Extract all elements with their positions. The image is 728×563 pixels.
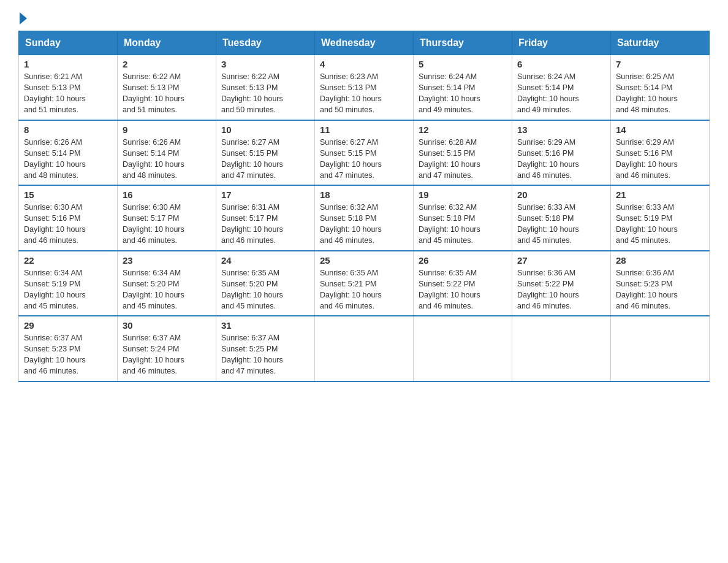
- day-number: 25: [320, 255, 408, 266]
- logo-triangle-icon: [20, 12, 27, 25]
- day-number: 17: [221, 190, 309, 200]
- weekday-header-monday: Monday: [118, 31, 216, 55]
- day-number: 26: [419, 255, 507, 266]
- weekday-header-sunday: Sunday: [19, 31, 118, 55]
- day-number: 18: [320, 190, 408, 200]
- calendar-day-cell: 11 Sunrise: 6:27 AMSunset: 5:15 PMDaylig…: [315, 120, 414, 186]
- day-number: 4: [320, 59, 408, 69]
- day-number: 27: [517, 255, 605, 266]
- weekday-header-friday: Friday: [512, 31, 611, 55]
- calendar-empty-cell: [512, 316, 611, 381]
- day-info: Sunrise: 6:36 AMSunset: 5:22 PMDaylight:…: [517, 269, 579, 310]
- day-info: Sunrise: 6:34 AMSunset: 5:20 PMDaylight:…: [123, 269, 184, 310]
- calendar-day-cell: 15 Sunrise: 6:30 AMSunset: 5:16 PMDaylig…: [19, 185, 118, 251]
- calendar-header-row: SundayMondayTuesdayWednesdayThursdayFrid…: [19, 31, 710, 55]
- day-info: Sunrise: 6:27 AMSunset: 5:15 PMDaylight:…: [221, 138, 283, 180]
- day-number: 20: [517, 190, 605, 200]
- calendar-day-cell: 27 Sunrise: 6:36 AMSunset: 5:22 PMDaylig…: [512, 251, 611, 316]
- calendar-week-row: 1 Sunrise: 6:21 AMSunset: 5:13 PMDayligh…: [19, 55, 710, 120]
- logo: [18, 12, 28, 25]
- day-info: Sunrise: 6:36 AMSunset: 5:23 PMDaylight:…: [616, 269, 678, 310]
- weekday-header-tuesday: Tuesday: [216, 31, 315, 55]
- day-number: 23: [123, 255, 211, 266]
- day-info: Sunrise: 6:24 AMSunset: 5:14 PMDaylight:…: [419, 72, 480, 114]
- page-header: [18, 12, 710, 25]
- calendar-day-cell: 5 Sunrise: 6:24 AMSunset: 5:14 PMDayligh…: [414, 55, 512, 120]
- calendar-body: 1 Sunrise: 6:21 AMSunset: 5:13 PMDayligh…: [19, 55, 710, 381]
- day-number: 24: [221, 255, 309, 266]
- day-number: 5: [419, 59, 507, 69]
- day-number: 31: [221, 320, 309, 331]
- day-number: 21: [616, 190, 704, 200]
- calendar-day-cell: 20 Sunrise: 6:33 AMSunset: 5:18 PMDaylig…: [512, 185, 611, 251]
- day-number: 1: [24, 59, 112, 69]
- day-info: Sunrise: 6:26 AMSunset: 5:14 PMDaylight:…: [24, 138, 86, 180]
- day-info: Sunrise: 6:22 AMSunset: 5:13 PMDaylight:…: [123, 72, 184, 114]
- day-info: Sunrise: 6:29 AMSunset: 5:16 PMDaylight:…: [616, 138, 678, 180]
- calendar-empty-cell: [315, 316, 414, 381]
- calendar-day-cell: 16 Sunrise: 6:30 AMSunset: 5:17 PMDaylig…: [118, 185, 216, 251]
- day-info: Sunrise: 6:22 AMSunset: 5:13 PMDaylight:…: [221, 72, 283, 114]
- day-info: Sunrise: 6:34 AMSunset: 5:19 PMDaylight:…: [24, 269, 86, 310]
- day-info: Sunrise: 6:37 AMSunset: 5:23 PMDaylight:…: [24, 334, 86, 375]
- day-info: Sunrise: 6:35 AMSunset: 5:20 PMDaylight:…: [221, 269, 283, 310]
- calendar-day-cell: 2 Sunrise: 6:22 AMSunset: 5:13 PMDayligh…: [118, 55, 216, 120]
- calendar-day-cell: 13 Sunrise: 6:29 AMSunset: 5:16 PMDaylig…: [512, 120, 611, 186]
- day-info: Sunrise: 6:21 AMSunset: 5:13 PMDaylight:…: [24, 72, 86, 114]
- calendar-day-cell: 24 Sunrise: 6:35 AMSunset: 5:20 PMDaylig…: [216, 251, 315, 316]
- calendar-day-cell: 22 Sunrise: 6:34 AMSunset: 5:19 PMDaylig…: [19, 251, 118, 316]
- day-number: 8: [24, 124, 112, 135]
- day-number: 6: [517, 59, 605, 69]
- day-info: Sunrise: 6:24 AMSunset: 5:14 PMDaylight:…: [517, 72, 579, 114]
- day-number: 15: [24, 190, 112, 200]
- day-number: 2: [123, 59, 211, 69]
- day-info: Sunrise: 6:35 AMSunset: 5:21 PMDaylight:…: [320, 269, 382, 310]
- calendar-day-cell: 14 Sunrise: 6:29 AMSunset: 5:16 PMDaylig…: [611, 120, 710, 186]
- calendar-day-cell: 28 Sunrise: 6:36 AMSunset: 5:23 PMDaylig…: [611, 251, 710, 316]
- calendar-week-row: 29 Sunrise: 6:37 AMSunset: 5:23 PMDaylig…: [19, 316, 710, 381]
- day-info: Sunrise: 6:29 AMSunset: 5:16 PMDaylight:…: [517, 138, 579, 180]
- calendar-day-cell: 18 Sunrise: 6:32 AMSunset: 5:18 PMDaylig…: [315, 185, 414, 251]
- calendar-day-cell: 12 Sunrise: 6:28 AMSunset: 5:15 PMDaylig…: [414, 120, 512, 186]
- calendar-day-cell: 17 Sunrise: 6:31 AMSunset: 5:17 PMDaylig…: [216, 185, 315, 251]
- day-info: Sunrise: 6:28 AMSunset: 5:15 PMDaylight:…: [419, 138, 480, 180]
- calendar-day-cell: 7 Sunrise: 6:25 AMSunset: 5:14 PMDayligh…: [611, 55, 710, 120]
- calendar-day-cell: 4 Sunrise: 6:23 AMSunset: 5:13 PMDayligh…: [315, 55, 414, 120]
- calendar-week-row: 15 Sunrise: 6:30 AMSunset: 5:16 PMDaylig…: [19, 185, 710, 251]
- calendar-day-cell: 30 Sunrise: 6:37 AMSunset: 5:24 PMDaylig…: [118, 316, 216, 381]
- day-number: 9: [123, 124, 211, 135]
- calendar-day-cell: 3 Sunrise: 6:22 AMSunset: 5:13 PMDayligh…: [216, 55, 315, 120]
- day-info: Sunrise: 6:33 AMSunset: 5:18 PMDaylight:…: [517, 203, 579, 245]
- calendar-week-row: 22 Sunrise: 6:34 AMSunset: 5:19 PMDaylig…: [19, 251, 710, 316]
- day-number: 7: [616, 59, 704, 69]
- calendar-day-cell: 21 Sunrise: 6:33 AMSunset: 5:19 PMDaylig…: [611, 185, 710, 251]
- calendar-table: SundayMondayTuesdayWednesdayThursdayFrid…: [18, 31, 710, 382]
- day-number: 29: [24, 320, 112, 331]
- day-number: 11: [320, 124, 408, 135]
- calendar-day-cell: 8 Sunrise: 6:26 AMSunset: 5:14 PMDayligh…: [19, 120, 118, 186]
- calendar-empty-cell: [414, 316, 512, 381]
- weekday-header-wednesday: Wednesday: [315, 31, 414, 55]
- day-number: 28: [616, 255, 704, 266]
- day-info: Sunrise: 6:33 AMSunset: 5:19 PMDaylight:…: [616, 203, 678, 245]
- day-number: 19: [419, 190, 507, 200]
- calendar-day-cell: 6 Sunrise: 6:24 AMSunset: 5:14 PMDayligh…: [512, 55, 611, 120]
- day-number: 22: [24, 255, 112, 266]
- calendar-day-cell: 25 Sunrise: 6:35 AMSunset: 5:21 PMDaylig…: [315, 251, 414, 316]
- day-info: Sunrise: 6:25 AMSunset: 5:14 PMDaylight:…: [616, 72, 678, 114]
- day-info: Sunrise: 6:31 AMSunset: 5:17 PMDaylight:…: [221, 203, 283, 245]
- day-info: Sunrise: 6:30 AMSunset: 5:17 PMDaylight:…: [123, 203, 184, 245]
- day-info: Sunrise: 6:30 AMSunset: 5:16 PMDaylight:…: [24, 203, 86, 245]
- calendar-day-cell: 23 Sunrise: 6:34 AMSunset: 5:20 PMDaylig…: [118, 251, 216, 316]
- day-number: 30: [123, 320, 211, 331]
- calendar-day-cell: 19 Sunrise: 6:32 AMSunset: 5:18 PMDaylig…: [414, 185, 512, 251]
- calendar-day-cell: 10 Sunrise: 6:27 AMSunset: 5:15 PMDaylig…: [216, 120, 315, 186]
- day-info: Sunrise: 6:23 AMSunset: 5:13 PMDaylight:…: [320, 72, 382, 114]
- day-number: 14: [616, 124, 704, 135]
- weekday-header-saturday: Saturday: [611, 31, 710, 55]
- calendar-empty-cell: [611, 316, 710, 381]
- day-number: 3: [221, 59, 309, 69]
- calendar-week-row: 8 Sunrise: 6:26 AMSunset: 5:14 PMDayligh…: [19, 120, 710, 186]
- calendar-day-cell: 9 Sunrise: 6:26 AMSunset: 5:14 PMDayligh…: [118, 120, 216, 186]
- day-number: 12: [419, 124, 507, 135]
